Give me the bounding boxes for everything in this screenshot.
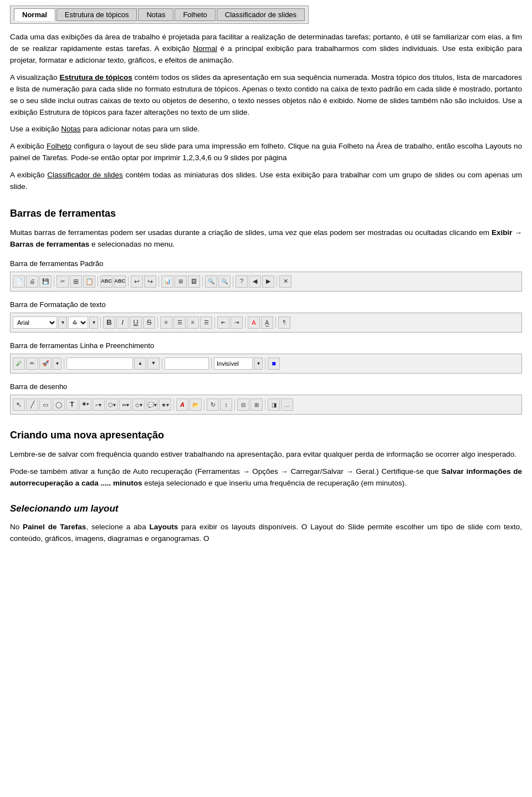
align-objs-icon[interactable]: ⊟: [237, 398, 249, 411]
tab-estrutura[interactable]: Estrutura de tópicos: [57, 8, 137, 21]
criando-p2: Pode-se também ativar a função de Auto r…: [10, 466, 522, 489]
spell-icon[interactable]: ABC: [100, 275, 112, 288]
font-select[interactable]: Arial: [13, 316, 57, 329]
line-dropdown[interactable]: ▾: [53, 357, 62, 370]
sep5: [202, 276, 203, 287]
stars-icon[interactable]: ★▾: [159, 398, 171, 411]
copy-icon[interactable]: ⊞: [70, 275, 82, 288]
notas-link: Notas: [61, 125, 80, 133]
size-dropdown-btn[interactable]: ▾: [89, 316, 98, 329]
line-color-icon[interactable]: 🖊: [13, 357, 25, 370]
shadow-icon[interactable]: ◨: [268, 398, 280, 411]
bold-btn[interactable]: B: [103, 316, 115, 329]
barra-desenho-section: Barra de desenho ↖ ╱ ▭ ◯ T ✱▾ ⌐▾ ⬡▾ ⇔▾ ◇…: [10, 381, 522, 415]
fontwork-icon[interactable]: A: [176, 398, 188, 411]
classificador-link: Classificador de slides: [47, 171, 122, 179]
line-arrow-icon[interactable]: 🚀: [39, 357, 52, 370]
barras-paragraph: Muitas barras de ferramentas podem ser u…: [10, 227, 522, 251]
char-format-btn[interactable]: ¶: [278, 316, 290, 329]
line-style-icon[interactable]: ✏: [26, 357, 38, 370]
sep15: [211, 358, 212, 369]
line-pattern-selector[interactable]: [165, 357, 209, 370]
justify-btn[interactable]: ☰: [200, 316, 212, 329]
zoom-out-icon[interactable]: 🔍: [218, 275, 231, 288]
sep8: [100, 317, 101, 328]
area-style-icon[interactable]: ■: [268, 357, 280, 370]
notas-paragraph: Use a exibição Notas para adicionar nota…: [10, 124, 522, 135]
barras-ferramentas-label: Barras de ferramentas: [10, 240, 89, 248]
ellipse-icon[interactable]: ◯: [53, 398, 65, 411]
flowchart-icon[interactable]: ◇▾: [132, 398, 145, 411]
more-icon[interactable]: …: [281, 398, 293, 411]
spell2-icon[interactable]: ABC: [114, 275, 126, 288]
barra-desenho-label: Barra de desenho: [10, 381, 522, 392]
paste-icon[interactable]: 📋: [83, 275, 95, 288]
tab-notas[interactable]: Notas: [138, 8, 173, 21]
fill-selector[interactable]: Invisível: [214, 357, 253, 370]
rotate-icon[interactable]: ↻: [207, 398, 219, 411]
barra-padrao-section: Barra de ferramentas Padrão 📄 🖨 💾 ✂ ⊞ 📋 …: [10, 258, 522, 292]
callout-icon[interactable]: 💬▾: [146, 398, 158, 411]
indent-more-btn[interactable]: ⇥: [231, 316, 243, 329]
font-dropdown-btn[interactable]: ▾: [58, 316, 67, 329]
line-width-down[interactable]: ▼: [147, 357, 160, 370]
tab-classificador[interactable]: Classificador de slides: [217, 8, 305, 21]
help-icon[interactable]: ?: [236, 275, 248, 288]
fill-dropdown[interactable]: ▾: [254, 357, 263, 370]
layouts-bold: Layouts: [149, 523, 178, 531]
align-left-btn[interactable]: ≡: [160, 316, 172, 329]
line-width-up[interactable]: ▲: [134, 357, 146, 370]
line-style-selector[interactable]: [66, 357, 133, 370]
folheto-link: Folheto: [47, 142, 71, 150]
basic-shapes-icon[interactable]: ⬡▾: [106, 398, 118, 411]
font-color-btn[interactable]: A: [248, 316, 260, 329]
sep10: [214, 317, 215, 328]
criando-heading: Criando uma nova apresentação: [10, 428, 522, 443]
underline-btn[interactable]: U: [130, 316, 142, 329]
highlight-btn[interactable]: A̲: [261, 316, 273, 329]
tab-normal[interactable]: Normal: [14, 8, 55, 21]
insert-chart-icon[interactable]: 📊: [161, 275, 173, 288]
nav-right-icon[interactable]: ▶: [262, 275, 274, 288]
flip-icon[interactable]: ↕: [220, 398, 232, 411]
sep7: [277, 276, 277, 287]
criando-p1: Lembre-se de salvar com frequência quand…: [10, 449, 522, 461]
insert-file-icon[interactable]: 📂: [190, 398, 202, 411]
sep18: [204, 399, 204, 410]
tab-folheto[interactable]: Folheto: [175, 8, 215, 21]
group-icon[interactable]: ⊞: [250, 398, 263, 411]
selecionando-paragraph: No Painel de Tarefas, selecione a aba La…: [10, 522, 522, 545]
line-icon[interactable]: ╱: [26, 398, 38, 411]
italic-btn[interactable]: I: [116, 316, 129, 329]
insert-table-icon[interactable]: ⊞: [175, 275, 187, 288]
cut-icon[interactable]: ✂: [57, 275, 69, 288]
barra-desenho-toolbar: ↖ ╱ ▭ ◯ T ✱▾ ⌐▾ ⬡▾ ⇔▾ ◇▾ 💬▾ ★▾ A 📂 ↻ ↕ ⊟…: [10, 395, 522, 415]
sep3: [128, 276, 129, 287]
select-icon[interactable]: ↖: [13, 398, 25, 411]
connectors-icon[interactable]: ⌐▾: [93, 398, 105, 411]
minutos-bold: minutos: [111, 479, 142, 487]
selecionando-heading: Selecionando um layout: [10, 502, 522, 516]
new-icon[interactable]: 📄: [13, 275, 25, 288]
indent-less-btn[interactable]: ⇤: [217, 316, 229, 329]
barra-padrao-toolbar: 📄 🖨 💾 ✂ ⊞ 📋 ABC ABC ↩ ↪ 📊 ⊞ 🖼 🔍 🔍 ? ◀ ▶: [10, 272, 522, 292]
curve-dropdown[interactable]: ✱▾: [79, 398, 91, 411]
sep14: [162, 358, 162, 369]
size-select[interactable]: 44: [68, 316, 88, 329]
sep19: [234, 399, 235, 410]
undo-icon[interactable]: ↩: [131, 275, 143, 288]
nav-left-icon[interactable]: ◀: [249, 275, 261, 288]
arrows-icon[interactable]: ⇔▾: [119, 398, 131, 411]
close-doc-icon[interactable]: ✕: [279, 275, 291, 288]
print-icon[interactable]: 🖨: [26, 275, 38, 288]
rect-icon[interactable]: ▭: [39, 398, 52, 411]
redo-icon[interactable]: ↪: [144, 275, 156, 288]
tab-bar: Normal Estrutura de tópicos Notas Folhet…: [10, 6, 309, 24]
align-right-btn[interactable]: ≡: [187, 316, 199, 329]
text-icon[interactable]: T: [66, 398, 78, 411]
insert-image-icon[interactable]: 🖼: [188, 275, 200, 288]
zoom-in-icon[interactable]: 🔍: [205, 275, 217, 288]
strikethrough-btn[interactable]: S: [143, 316, 155, 329]
align-center-btn[interactable]: ☰: [173, 316, 186, 329]
save-icon[interactable]: 💾: [39, 275, 52, 288]
